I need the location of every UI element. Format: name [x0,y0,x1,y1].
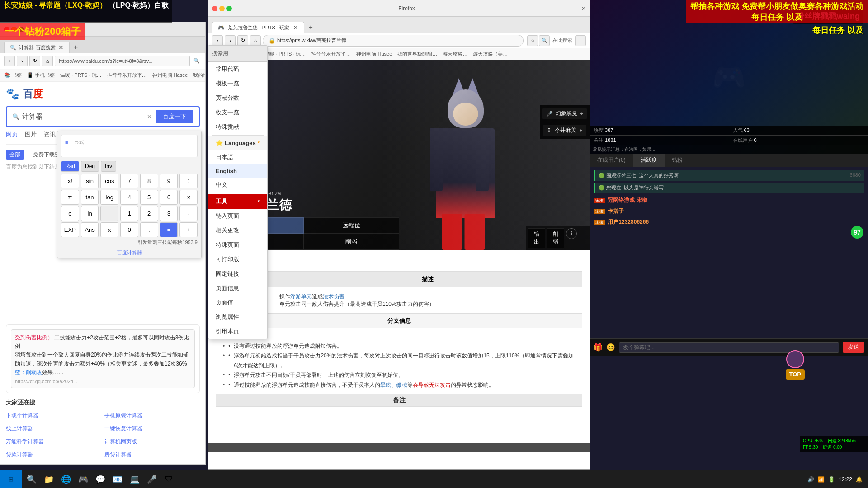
nav-home-btn[interactable]: ⌂ [42,56,53,66]
link-float-unit[interactable]: 浮游单元 [290,293,312,300]
taskbar-explorer[interactable]: 📁 [41,471,57,488]
popular-item-1[interactable]: 手机原装计算器 [104,410,200,421]
taskbar-pc[interactable]: 💻 [127,471,143,488]
baidu-tab-close[interactable]: ✕ [58,44,64,51]
calc-sin-btn[interactable]: sin [81,174,99,188]
calc-7-btn[interactable]: 7 [120,174,138,188]
tool-browser-props[interactable]: 浏览属性 [208,310,267,324]
action-info-btn[interactable]: ℹ [566,228,577,239]
volume-icon[interactable]: 🔊 [807,476,814,483]
bookmark-hasee[interactable]: 神州电脑 Hasee [152,72,188,79]
calc-factorial-btn[interactable]: x! [61,174,79,188]
tool-permalink[interactable]: 固定链接 [208,267,267,281]
prts-new-tab-btn[interactable]: + [304,22,317,33]
prts-forward-btn[interactable]: › [225,35,236,46]
menu-item-special-contrib[interactable]: 特殊贡献 [208,120,267,134]
taskbar-game[interactable]: 🎮 [75,471,91,488]
search-clear-btn[interactable]: ✕ [147,113,152,120]
in-site-search[interactable]: 在此搜索 [551,36,574,45]
prts-bm-guide1[interactable]: 游天攻略… [443,51,467,57]
prts-minimize-btn[interactable] [219,6,225,11]
calc-log-btn[interactable]: log [100,190,118,205]
prts-refresh-btn[interactable]: ↻ [237,35,248,46]
action-btn-debuff[interactable]: 削弱 [304,234,399,250]
notification-icon[interactable]: 🔔 [856,476,863,483]
prts-bm-mc[interactable]: 我的世界极限酿… [397,51,437,57]
filter-all[interactable]: 全部 [6,150,24,160]
popular-item-7[interactable]: 房贷计算器 [104,450,200,460]
action-btn-position[interactable]: 远程位 [304,217,399,234]
prts-bm-tiktok[interactable]: 抖音音乐开放平… [311,51,351,57]
emotion-icon[interactable]: 😊 [606,343,615,352]
nav-refresh-btn[interactable]: ↻ [29,56,40,66]
popular-item-2[interactable]: 线上计算器 [6,423,102,434]
taskbar-browser[interactable]: 🌐 [58,471,74,488]
result-url-1[interactable]: https://cf.qq.com/cp/a2024... [15,379,191,384]
send-btn[interactable]: 发送 [843,342,864,353]
lang-english[interactable]: English [208,164,267,178]
calc-pi-btn[interactable]: π [61,190,79,205]
bookmark-prts[interactable]: 温暖 · PRTS · 玩… [60,72,101,79]
stream-tab-activity[interactable]: 活跃度 [633,154,665,167]
calc-6-btn[interactable]: 6 [160,190,178,205]
stream-tab-online[interactable]: 在线用户(0) [590,154,633,167]
popular-item-8[interactable]: 计算器在线使用 [6,463,102,464]
tool-page-value[interactable]: 页面值 [208,296,267,310]
menu-item-income[interactable]: 收支一览 [208,105,267,120]
calc-div-btn[interactable]: ÷ [179,174,198,188]
prts-bm-hasee[interactable]: 神州电脑 Hasee [356,51,392,57]
prts-menu-btn[interactable]: ⋯ [575,35,586,46]
calc-ans-btn[interactable]: Ans [81,222,99,237]
link-silence[interactable]: 缴械 [396,382,407,388]
tool-cite-page[interactable]: 引用本页 [208,324,267,339]
popular-item-6[interactable]: 贷款计算器 [6,450,102,460]
action-delete-btn[interactable]: 削弱 [547,228,564,248]
calc-0-btn[interactable]: 0 [120,222,138,237]
popular-item-9[interactable]: 高级计算器在线使用 [104,463,200,464]
taskbar-chat[interactable]: 💬 [92,471,108,488]
tool-link-in[interactable]: 链入页面 [208,209,267,223]
prts-home-btn[interactable]: ⌂ [250,35,261,46]
prts-bm-prts[interactable]: 温暖 · PRTS · 玩… [264,51,306,57]
tool-printable[interactable]: 可打印版 [208,252,267,267]
prts-back-btn[interactable]: ‹ [212,35,223,46]
calc-tan-btn[interactable]: tan [81,190,99,205]
prts-maximize-btn[interactable] [226,6,232,11]
chat-input[interactable] [619,342,839,353]
calc-ln-btn[interactable]: ln [81,206,99,221]
bookmark-douyin[interactable]: 抖音音乐开放平… [107,72,147,79]
link-magic-dmg[interactable]: 法术伤害 [323,293,344,300]
calc-1-btn[interactable]: 1 [120,206,138,221]
calc-3-btn[interactable]: 3 [160,206,178,221]
popular-item-5[interactable]: 计算机网页版 [104,436,200,447]
start-button[interactable]: ⊞ [0,470,22,488]
prts-tab-active[interactable]: 🎮 荒芜拉普兰德 - PRTS · 玩家 ✕ [212,22,304,33]
calc-5-btn[interactable]: 5 [140,190,158,205]
calc-mul-btn[interactable]: × [179,190,198,205]
prts-url-bar[interactable]: 🔒 https://prts.wiki/w/荒芜拉普兰德 [263,35,524,47]
lang-japanese[interactable]: 日本語 [208,150,267,164]
prts-close-btn[interactable] [212,6,217,11]
prts-close-x[interactable]: ✕ [581,5,586,12]
action-output-btn[interactable]: 输出 [528,228,545,248]
nav-forward-btn[interactable]: › [17,56,28,66]
nav-back-btn[interactable]: ‹ [4,56,15,66]
calc-dot-btn[interactable]: . [140,222,158,237]
calc-9-btn[interactable]: 9 [160,174,178,188]
calc-x-btn[interactable]: x [100,222,118,237]
calc-2-btn[interactable]: 2 [140,206,158,221]
calc-deg-btn[interactable]: Deg [81,161,99,172]
popular-item-0[interactable]: 下载个计算器 [6,410,102,421]
baidu-tab-active[interactable]: 🔍 计算器-百度搜索 ✕ [4,42,70,53]
calc-equals-btn[interactable]: = [160,222,178,237]
prts-bookmark-btn[interactable]: ☆ [527,35,538,46]
taskbar-mail[interactable]: 📧 [109,471,126,488]
top-badge[interactable]: TOP [786,369,805,380]
stream-tab-diamond[interactable]: 钻粉 [665,154,690,167]
link-cant-attack[interactable]: 会导致无法攻击 [413,382,451,388]
close-btn[interactable] [4,27,9,32]
new-tab-btn[interactable]: + [70,42,82,53]
search-icon[interactable]: 🔍 [192,58,202,64]
calc-rad-btn[interactable]: Rad [61,161,79,172]
prts-search-btn[interactable]: 🔍 [539,35,550,46]
